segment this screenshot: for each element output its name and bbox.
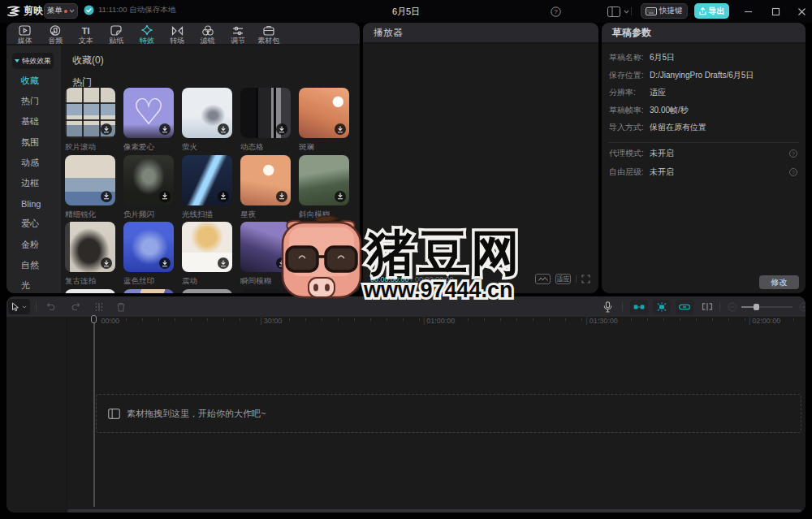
effects-category-3[interactable]: 基础 [6, 111, 61, 132]
timeline-ruler[interactable]: 00:00|30:00|01:00:00|01:30:00|02:00:00 [6, 317, 806, 328]
effect-tile-partial[interactable] [182, 289, 232, 294]
download-icon[interactable] [335, 257, 346, 269]
effects-category-4[interactable]: 氛围 [6, 132, 61, 153]
effect-tile-label: 光线扫描 [182, 210, 239, 220]
record-audio-button[interactable] [600, 299, 615, 314]
param-label: 自由层级: [609, 167, 646, 178]
effect-tile[interactable] [240, 222, 291, 272]
maximize-button[interactable] [769, 5, 782, 18]
effects-category-11[interactable]: 光 [6, 275, 61, 293]
tab-package[interactable]: 素材包 [253, 23, 284, 47]
preview-quality-button[interactable] [535, 274, 551, 284]
preview-axis-toggle-button[interactable] [676, 300, 693, 314]
ruler-label: |01:30:00 [586, 317, 618, 325]
tab-transition[interactable]: 转场 [162, 23, 193, 47]
playhead-line[interactable] [93, 315, 95, 507]
param-label: 草稿名称: [609, 52, 646, 63]
ruler-label: |01:00:00 [423, 317, 455, 325]
download-icon[interactable] [159, 257, 171, 269]
effect-tile-partial[interactable] [240, 289, 291, 294]
effects-category-9[interactable]: 金粉 [6, 235, 61, 255]
shortcut-keys-button[interactable]: 快捷键 [641, 3, 688, 19]
effect-tile-partial[interactable] [123, 289, 174, 294]
minimize-button[interactable] [741, 5, 754, 18]
split-button[interactable] [91, 299, 106, 314]
info-icon[interactable]: ? [789, 149, 797, 158]
redo-button[interactable] [67, 299, 83, 314]
download-icon[interactable] [101, 123, 112, 135]
tab-filter[interactable]: 滤镜 [192, 23, 223, 47]
timeline-scrollbar[interactable] [67, 509, 801, 513]
effect-tile[interactable] [240, 88, 291, 138]
effect-tile[interactable] [182, 88, 232, 138]
undo-button[interactable] [44, 299, 59, 314]
track-height-button[interactable] [699, 299, 715, 314]
effect-tile[interactable] [299, 155, 349, 205]
effect-tile[interactable] [240, 155, 291, 205]
download-icon[interactable] [218, 257, 229, 269]
zoom-slider-handle[interactable] [754, 304, 759, 310]
effect-tile[interactable] [182, 155, 232, 205]
snap-toggle-button[interactable] [630, 300, 648, 314]
export-button[interactable]: 导出 [694, 3, 729, 19]
linkage-toggle-button[interactable] [653, 300, 671, 314]
media-drop-zone[interactable]: 素材拖拽到这里，开始你的大作吧~ [96, 394, 801, 433]
effect-tile[interactable] [123, 222, 174, 272]
effect-tile[interactable] [65, 88, 115, 138]
params-divider [608, 142, 799, 143]
effects-category-5[interactable]: 动感 [6, 153, 61, 173]
effect-tile[interactable] [299, 222, 349, 272]
download-icon[interactable] [218, 123, 229, 135]
effect-tile-partial[interactable] [65, 289, 115, 294]
draft-params-header: 草稿参数 [602, 23, 806, 44]
effects-content: 收藏(0) 热门 胶片滚动像素爱心萤火动态格斑斓精细锐化负片频闪光线扫描星夜斜向… [61, 45, 360, 293]
download-icon[interactable] [276, 257, 287, 269]
timecode-current: 00:00:00:00 [370, 275, 409, 283]
download-icon[interactable] [335, 191, 346, 202]
tab-text[interactable]: TI文本 [71, 23, 102, 47]
effect-tile[interactable] [65, 222, 115, 272]
fullscreen-icon[interactable] [581, 275, 590, 283]
close-button[interactable] [795, 5, 808, 18]
effect-tile[interactable] [123, 155, 174, 205]
effects-category-8[interactable]: 爱心 [6, 214, 61, 234]
download-icon[interactable] [159, 191, 171, 202]
effect-tile-label: 震动 [182, 276, 239, 287]
effects-category-6[interactable]: 边框 [6, 173, 61, 193]
effects-category-7[interactable]: Bling [6, 193, 61, 214]
download-icon[interactable] [276, 123, 287, 135]
select-tool-button[interactable] [8, 299, 30, 314]
zoom-in-button[interactable] [796, 299, 806, 314]
download-icon[interactable] [159, 123, 171, 135]
tab-media[interactable]: 媒体 [10, 23, 41, 47]
effect-tile[interactable] [123, 88, 174, 138]
effects-category-10[interactable]: 自然 [6, 255, 61, 275]
download-icon[interactable] [101, 257, 112, 269]
export-label: 导出 [709, 6, 725, 17]
tab-audio[interactable]: 音频 [41, 23, 71, 47]
effect-tile[interactable] [65, 155, 115, 205]
effects-category-2[interactable]: 热门 [6, 91, 61, 111]
workspace-layout-button[interactable] [607, 0, 629, 23]
effect-tile[interactable] [299, 88, 349, 138]
tab-effects[interactable]: 特效 [132, 23, 162, 47]
download-icon[interactable] [218, 191, 229, 202]
effects-type-dropdown[interactable]: 特效效果 [12, 53, 54, 69]
tab-label: 贴纸 [109, 37, 123, 45]
effect-tile-partial[interactable] [299, 289, 349, 294]
delete-button[interactable] [113, 299, 128, 314]
zoom-out-button[interactable] [724, 299, 740, 314]
download-icon[interactable] [101, 191, 112, 202]
effect-tile[interactable] [182, 222, 232, 272]
fit-button[interactable]: 适应 [555, 274, 571, 284]
download-icon[interactable] [335, 123, 346, 135]
modify-button[interactable]: 修改 [759, 275, 799, 289]
info-icon[interactable]: ? [789, 168, 797, 176]
playhead-handle[interactable] [91, 315, 97, 323]
help-icon[interactable]: ? [551, 0, 561, 23]
tab-sticker[interactable]: 贴纸 [102, 23, 132, 47]
timeline-zoom-slider[interactable] [741, 306, 793, 308]
effects-category-1[interactable]: 收藏 [6, 71, 61, 91]
tab-adjust[interactable]: 调节 [223, 23, 254, 47]
download-icon[interactable] [276, 191, 287, 202]
